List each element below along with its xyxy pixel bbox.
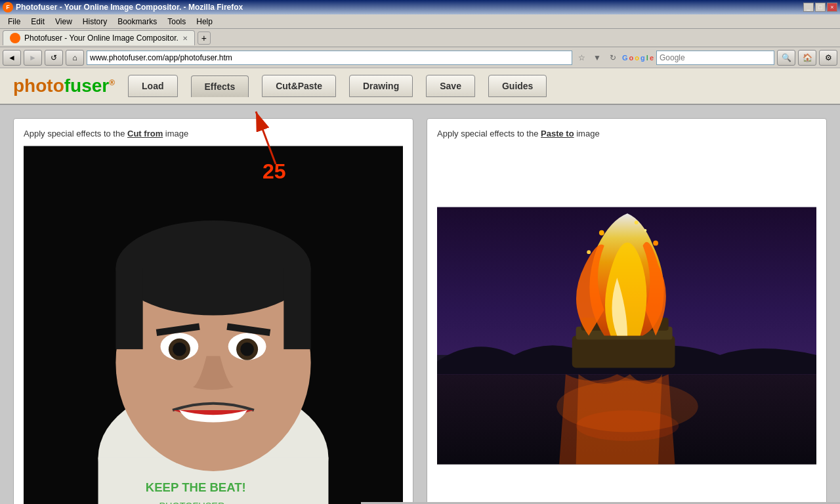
right-panel-label: Apply special effects to the Paste to im… — [437, 129, 816, 138]
browser-tabbar: Photofuser - Your Online Image Composito… — [0, 29, 840, 47]
tab-favicon — [10, 33, 20, 43]
new-tab-button[interactable]: + — [198, 32, 211, 45]
back-button[interactable]: ◄ — [3, 50, 21, 66]
titlebar-left: F Photofuser - Your Online Image Composi… — [3, 2, 243, 12]
home-button[interactable]: ⌂ — [66, 50, 84, 66]
svg-point-13 — [240, 343, 254, 356]
browser-favicon: F — [3, 2, 13, 12]
svg-text:KEEP THE BEAT!: KEEP THE BEAT! — [146, 480, 246, 494]
tab-guides[interactable]: Guides — [488, 75, 547, 97]
menu-tools[interactable]: Tools — [162, 16, 191, 28]
app-header: photofuser® Load Effects Cut&Paste Drawi… — [0, 68, 840, 105]
svg-point-27 — [635, 220, 639, 224]
addressbar: ◄ ► ↺ ⌂ ☆ ▼ ↻ Google 🔍 🏠 ⚙ — [0, 47, 840, 68]
tab-save[interactable]: Save — [426, 75, 475, 97]
browser-settings-icon[interactable]: ⚙ — [819, 50, 837, 66]
svg-rect-23 — [572, 336, 675, 368]
menu-view[interactable]: View — [50, 16, 77, 28]
left-image[interactable]: KEEP THE BEAT! PHOTOFUSER — [24, 145, 403, 504]
left-panel-label: Apply special effects to the Cut from im… — [24, 129, 403, 138]
tab-close-icon[interactable]: ✕ — [182, 35, 188, 42]
content-row: Apply special effects to the Cut from im… — [0, 105, 840, 504]
bookmark-down-icon[interactable]: ▼ — [591, 51, 604, 64]
tab-cutpaste[interactable]: Cut&Paste — [262, 75, 336, 97]
menu-history[interactable]: History — [77, 16, 112, 28]
app-wrapper: photofuser® Load Effects Cut&Paste Drawi… — [0, 68, 840, 504]
search-input[interactable] — [656, 51, 774, 65]
svg-point-30 — [644, 229, 646, 232]
titlebar: F Photofuser - Your Online Image Composi… — [0, 0, 840, 14]
minimize-button[interactable]: _ — [803, 3, 814, 12]
refresh-icon[interactable]: ↻ — [606, 51, 620, 64]
url-input[interactable] — [87, 51, 572, 65]
titlebar-title: Photofuser - Your Online Image Composito… — [16, 3, 243, 12]
app-logo: photofuser® — [13, 75, 115, 96]
reload-button[interactable]: ↺ — [45, 50, 63, 66]
right-image-container[interactable] — [437, 145, 816, 504]
browser-tab-title: Photofuser - Your Online Image Composito… — [24, 33, 178, 43]
close-button[interactable]: × — [827, 3, 837, 12]
right-panel: Apply special effects to the Paste to im… — [427, 118, 827, 504]
maximize-button[interactable]: □ — [815, 3, 826, 12]
svg-rect-6 — [116, 268, 142, 349]
svg-point-28 — [653, 241, 658, 246]
search-engine-logo: Google — [622, 54, 654, 62]
forward-button[interactable]: ► — [24, 50, 42, 66]
logo-fuser: fuser — [64, 75, 109, 96]
browser-tab[interactable]: Photofuser - Your Online Image Composito… — [3, 30, 195, 45]
logo-photo: photo — [13, 75, 64, 96]
svg-rect-7 — [284, 268, 310, 349]
tab-load[interactable]: Load — [128, 75, 177, 97]
left-panel-bold: Cut from — [127, 129, 163, 138]
svg-point-29 — [587, 250, 591, 254]
menu-edit[interactable]: Edit — [26, 16, 50, 28]
menu-file[interactable]: File — [3, 16, 26, 28]
titlebar-buttons[interactable]: _ □ × — [803, 3, 837, 12]
svg-point-32 — [576, 410, 679, 441]
svg-point-12 — [173, 343, 186, 356]
search-button[interactable]: 🔍 — [777, 50, 795, 66]
logo-tm: ® — [109, 78, 115, 87]
right-panel-bold: Paste to — [541, 129, 574, 138]
main-content: Apply special effects to the Cut from im… — [0, 105, 840, 504]
browser-home-icon[interactable]: 🏠 — [798, 50, 816, 66]
left-panel: Apply special effects to the Cut from im… — [13, 118, 413, 504]
menubar: File Edit View History Bookmarks Tools H… — [0, 14, 840, 29]
menu-bookmarks[interactable]: Bookmarks — [112, 16, 162, 28]
svg-text:PHOTOFUSER: PHOTOFUSER — [159, 501, 224, 504]
svg-point-5 — [116, 220, 310, 316]
tab-effects[interactable]: Effects — [191, 75, 249, 97]
svg-point-26 — [599, 230, 604, 236]
tab-drawing[interactable]: Drawing — [349, 75, 413, 97]
bookmark-icon[interactable]: ☆ — [575, 51, 588, 64]
right-image[interactable] — [437, 145, 816, 504]
left-image-container[interactable]: KEEP THE BEAT! PHOTOFUSER — [24, 145, 403, 504]
menu-help[interactable]: Help — [191, 16, 218, 28]
